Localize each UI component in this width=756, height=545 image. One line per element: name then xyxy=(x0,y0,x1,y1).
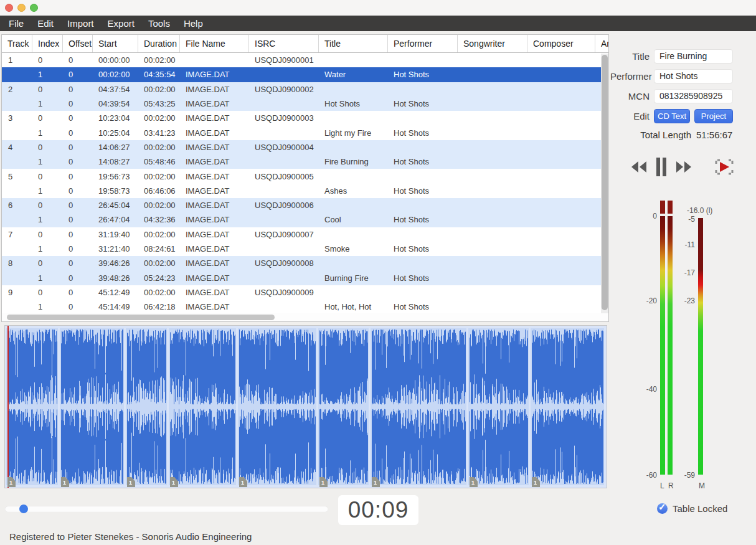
title-label: Title xyxy=(610,51,654,62)
column-header-title[interactable]: Title xyxy=(318,35,387,52)
time-display: 00:09 xyxy=(338,495,418,525)
table-row[interactable]: 1019:58:7306:46:06IMAGE.DATAshesHot Shot… xyxy=(2,184,608,198)
cell-title: Light my Fire xyxy=(318,128,387,138)
cell-offset: 0 xyxy=(62,273,92,283)
cell-track: 4 xyxy=(2,143,32,152)
cell-index: 1 xyxy=(32,99,62,108)
cell-duration: 00:02:00 xyxy=(138,288,179,297)
table-row[interactable]: 80039:46:2600:02:00IMAGE.DATUSQDJ0900008 xyxy=(2,256,608,270)
table-row[interactable]: 50019:56:7300:02:00IMAGE.DATUSQDJ0900005 xyxy=(2,169,608,183)
cell-index: 1 xyxy=(32,244,62,254)
cell-duration: 08:24:61 xyxy=(138,244,179,254)
column-header-performer[interactable]: Performer xyxy=(387,35,457,52)
cell-offset: 0 xyxy=(62,302,92,311)
menu-export[interactable]: Export xyxy=(108,18,135,29)
rewind-icon[interactable] xyxy=(630,161,648,176)
cell-index: 1 xyxy=(32,128,62,138)
cell-track: 8 xyxy=(2,258,32,268)
table-row[interactable]: 20004:37:5400:02:00IMAGE.DATUSQDJ0900002 xyxy=(2,82,608,97)
horizontal-scrollbar[interactable] xyxy=(2,313,608,321)
column-header-start[interactable]: Start xyxy=(92,35,138,52)
title-field[interactable]: Fire Burning xyxy=(654,49,733,64)
table-row[interactable]: 10000:00:0000:02:00USQDJ0900001 xyxy=(2,53,608,67)
cell-start: 00:02:00 xyxy=(92,70,138,79)
mcn-field[interactable]: 0813285908925 xyxy=(654,89,733,103)
menu-tools[interactable]: Tools xyxy=(148,18,170,29)
table-header-row: TrackIndexOffsetStartDurationFile NameIS… xyxy=(2,35,608,53)
close-window-icon[interactable] xyxy=(5,4,13,12)
performer-field[interactable]: Hot Shots xyxy=(654,69,733,83)
table-row[interactable]: 60026:45:0400:02:00IMAGE.DATUSQDJ0900006 xyxy=(2,198,608,212)
column-header-track[interactable]: Track xyxy=(2,35,32,52)
table-row[interactable]: 70031:19:4000:02:00IMAGE.DATUSQDJ0900007 xyxy=(2,227,608,242)
cell-title: Hot Shots xyxy=(318,99,387,108)
column-header-isrc[interactable]: ISRC xyxy=(248,35,318,52)
cell-title: Smoke xyxy=(318,244,387,254)
table-row[interactable]: 1000:02:0004:35:54IMAGE.DATWaterHot Shot… xyxy=(2,67,608,82)
cell-duration: 06:42:18 xyxy=(138,302,179,311)
cell-file: IMAGE.DAT xyxy=(179,113,248,123)
pause-icon[interactable] xyxy=(656,157,667,179)
table-locked-checkbox[interactable]: ✓ xyxy=(657,503,668,514)
cell-isrc: USQDJ0900004 xyxy=(248,143,318,152)
column-header-composer[interactable]: Composer xyxy=(527,35,595,52)
cell-index: 0 xyxy=(32,230,62,239)
table-row[interactable]: 1014:08:2705:48:46IMAGE.DATFire BurningH… xyxy=(2,154,608,169)
waveform-canvas[interactable] xyxy=(5,326,607,488)
table-row[interactable]: 30010:23:0400:02:00IMAGE.DATUSQDJ0900003 xyxy=(2,111,608,125)
table-row[interactable]: 1010:25:0403:41:23IMAGE.DATLight my Fire… xyxy=(2,125,608,140)
cell-duration: 04:32:36 xyxy=(138,215,179,224)
table-locked-label: Table Locked xyxy=(673,503,727,514)
cd-text-button[interactable]: CD Text xyxy=(654,109,690,123)
cell-duration: 06:46:06 xyxy=(138,186,179,196)
column-header-songwriter[interactable]: Songwriter xyxy=(457,35,527,52)
seek-slider-thumb[interactable] xyxy=(19,505,28,513)
cell-title: Ashes xyxy=(318,186,387,196)
column-header-arr[interactable]: Arr xyxy=(595,35,609,52)
column-header-duration[interactable]: Duration xyxy=(138,35,179,52)
menu-edit[interactable]: Edit xyxy=(37,18,54,29)
table-row[interactable]: 1026:47:0404:32:36IMAGE.DATCoolHot Shots xyxy=(2,212,608,227)
minimize-window-icon[interactable] xyxy=(17,4,26,12)
column-header-file-name[interactable]: File Name xyxy=(179,35,248,52)
vertical-scrollbar-thumb[interactable] xyxy=(602,55,608,310)
cell-index: 1 xyxy=(32,302,62,311)
column-header-index[interactable]: Index xyxy=(32,35,62,52)
table-row[interactable]: 1004:39:5405:43:25IMAGE.DATHot ShotsHot … xyxy=(2,97,608,111)
playhead-cursor[interactable] xyxy=(7,326,9,488)
table-row[interactable]: 1039:48:2605:24:23IMAGE.DATBurning FireH… xyxy=(2,270,608,285)
cell-start: 00:00:00 xyxy=(92,55,138,65)
seek-slider[interactable] xyxy=(5,506,328,512)
menu-help[interactable]: Help xyxy=(184,18,203,29)
cell-duration: 00:02:00 xyxy=(138,85,179,94)
cell-track: 7 xyxy=(2,230,32,239)
cell-track: 1 xyxy=(2,55,32,65)
waveform-display[interactable]: 111111111 xyxy=(4,325,607,488)
cell-file: IMAGE.DAT xyxy=(179,215,248,224)
table-row[interactable]: 40014:06:2700:02:00IMAGE.DATUSQDJ0900004 xyxy=(2,140,608,154)
zoom-window-icon[interactable] xyxy=(30,4,38,12)
cell-offset: 0 xyxy=(62,201,92,210)
cell-start: 39:48:26 xyxy=(92,273,138,283)
performer-label: Performer xyxy=(610,71,654,82)
cell-start: 10:23:04 xyxy=(92,113,138,123)
cell-offset: 0 xyxy=(62,288,92,297)
cell-duration: 03:41:23 xyxy=(138,128,179,138)
vertical-scrollbar[interactable] xyxy=(601,54,608,315)
column-header-offset[interactable]: Offset xyxy=(62,35,92,52)
table-row[interactable]: 90045:12:4900:02:00IMAGE.DATUSQDJ0900009 xyxy=(2,285,608,300)
table-row[interactable]: 1045:14:4906:42:18IMAGE.DATHot, Hot, Hot… xyxy=(2,300,608,314)
menu-file[interactable]: File xyxy=(9,18,24,29)
project-button[interactable]: Project xyxy=(694,109,733,123)
cell-offset: 0 xyxy=(62,113,92,123)
cell-offset: 0 xyxy=(62,55,92,65)
menu-import[interactable]: Import xyxy=(67,18,94,29)
horizontal-scrollbar-thumb[interactable] xyxy=(7,315,275,320)
cell-duration: 04:35:54 xyxy=(138,70,179,79)
table-row[interactable]: 1031:21:4008:24:61IMAGE.DATSmokeHot Shot… xyxy=(2,242,608,256)
meter-scale-m17: -17 xyxy=(671,268,695,277)
play-selection-icon[interactable] xyxy=(714,158,734,179)
fast-forward-icon[interactable] xyxy=(675,161,692,176)
cell-isrc: USQDJ0900009 xyxy=(248,288,318,297)
cell-index: 1 xyxy=(32,186,62,196)
